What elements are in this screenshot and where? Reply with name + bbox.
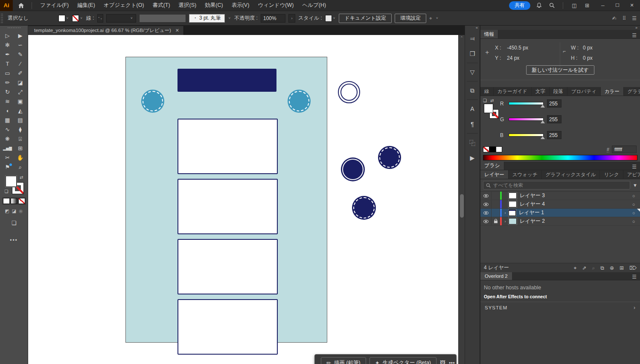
swap-fill-stroke-icon[interactable]: ⇄ <box>20 175 23 180</box>
comic-panel-3[interactable] <box>177 239 278 294</box>
g-slider[interactable] <box>509 118 544 121</box>
tab-character[interactable]: 文字 <box>532 87 550 96</box>
chevron-down-icon[interactable]: ˅ <box>435 16 439 20</box>
filter-funnel-icon[interactable]: ▼ <box>633 183 637 188</box>
home-icon[interactable] <box>15 0 27 11</box>
reference-image-icon[interactable]: 🖼 <box>440 360 445 364</box>
search-layers-icon[interactable]: ⌕ <box>592 265 595 271</box>
pen-tool[interactable]: ✒ <box>3 50 12 59</box>
navy-circle-solid-ring[interactable] <box>341 157 365 181</box>
symbol-sprayer-tool[interactable]: ⍓ <box>16 134 25 143</box>
teal-circle-left[interactable] <box>141 90 164 113</box>
collect-for-export-icon[interactable]: ⇗ <box>582 265 587 271</box>
scale-tool[interactable]: ⤢ <box>16 87 25 96</box>
shape-builder-tool[interactable]: ◖ <box>3 106 12 115</box>
lock-icon[interactable] <box>492 217 500 225</box>
pathfinder-panel-icon[interactable]: ❒ <box>466 47 479 60</box>
menu-select[interactable]: 選択(S) <box>175 0 201 11</box>
white-swatch[interactable] <box>496 146 502 152</box>
artboards-panel-icon[interactable]: ⿻ <box>466 136 479 149</box>
none-mode-button[interactable] <box>18 198 25 204</box>
collapse-dock-icon[interactable]: « <box>465 26 480 31</box>
vertical-scrollbar[interactable]: ⌃ <box>458 35 465 364</box>
layer-name[interactable]: レイヤー 1 <box>519 209 627 216</box>
layers-search-field[interactable] <box>483 181 630 189</box>
artboard-tool[interactable]: ⊞ <box>16 144 25 153</box>
toolbar-extras-tool[interactable]: ⚑ <box>3 163 12 172</box>
scroll-up-icon[interactable]: ⌃ <box>459 36 465 40</box>
delete-layer-icon[interactable]: ⌦ <box>629 265 637 271</box>
tab-info[interactable]: 情報 <box>480 30 498 38</box>
menu-view[interactable]: 表示(V) <box>228 0 253 11</box>
expand-panels-icon[interactable]: » <box>635 26 637 30</box>
info-panel-menu-icon[interactable]: ☰ <box>628 32 640 38</box>
r-slider-handle[interactable] <box>541 105 545 108</box>
eyedropper-tool[interactable]: ⧫ <box>16 125 25 134</box>
chevron-down-icon[interactable]: ˅ <box>228 16 232 20</box>
artboard[interactable] <box>125 57 327 343</box>
layer-thumbnail[interactable] <box>509 218 517 224</box>
tab-color[interactable]: カラー <box>601 87 624 96</box>
menu-object[interactable]: オブジェクト(O) <box>100 0 148 11</box>
arrange-documents-icon[interactable]: ◫ <box>570 1 579 10</box>
type-tool[interactable]: T <box>3 59 12 68</box>
generate-vectors-button[interactable]: ✦ 生成ベクター (Beta) <box>369 357 436 364</box>
default-swatches-icon[interactable]: ❏ <box>483 98 487 103</box>
tab-appearance[interactable]: アピアランス <box>623 170 640 179</box>
zoom-tool[interactable]: ⌕ <box>16 163 25 172</box>
puppet-warp-tool[interactable]: ≋ <box>3 97 12 106</box>
close-tab-icon[interactable]: ✕ <box>175 28 179 33</box>
swap-colors-icon[interactable]: ⇄ <box>490 98 494 103</box>
tab-stroke[interactable]: 線 <box>480 87 494 96</box>
direct-selection-tool[interactable]: ▶ <box>16 31 25 40</box>
layer-name[interactable]: レイヤー 2 <box>520 218 627 225</box>
paragraph-styles-panel-icon[interactable]: ¶ <box>466 118 479 131</box>
comic-panel-1[interactable] <box>177 119 278 174</box>
draw-inside-icon[interactable]: ◉ <box>19 208 23 214</box>
visibility-eye-icon[interactable] <box>480 200 492 208</box>
hand-tool[interactable]: ✋ <box>16 153 25 162</box>
layer-row-1[interactable]: › レイヤー 1 ○ <box>480 209 640 217</box>
brush-definition-dropdown[interactable]: ・ 3 pt. 丸筆 <box>189 14 225 23</box>
magic-wand-tool[interactable]: ✻ <box>3 41 12 50</box>
tab-properties[interactable]: プロパティ <box>567 87 601 96</box>
r-slider[interactable] <box>509 102 544 105</box>
fill-proxy[interactable] <box>484 104 493 113</box>
g-slider-handle[interactable] <box>541 120 545 123</box>
pencil-tool[interactable]: ✏ <box>3 78 12 87</box>
stroke-weight-stepper[interactable]: ⌃⌄ <box>97 14 103 23</box>
expand-layer-icon[interactable]: › <box>502 219 509 224</box>
target-circle-icon[interactable]: ○ <box>627 219 640 224</box>
target-circle-icon[interactable]: ○ <box>627 210 640 215</box>
tab-color-guide[interactable]: カラーガイド <box>494 87 532 96</box>
line-segment-tool[interactable]: ∕ <box>16 59 25 68</box>
tab-graphic-styles[interactable]: グラフィックスタイル <box>542 170 600 179</box>
edit-toolbar-icon[interactable]: ••• <box>10 237 18 243</box>
gradient-mode-button[interactable] <box>11 198 17 204</box>
notifications-bell-icon[interactable] <box>535 1 543 10</box>
teal-circle-right[interactable] <box>288 90 311 113</box>
layer-row-2[interactable]: › レイヤー 2 ○ <box>480 217 640 226</box>
width-profile-dropdown[interactable] <box>139 14 186 23</box>
canvas[interactable]: ✏ 描画 (鉛筆) ✦ 生成ベクター (Beta) 🖼 ••• ⌃ <box>28 35 465 364</box>
new-layer-icon[interactable]: ⊞ <box>620 265 624 271</box>
b-slider[interactable] <box>509 134 544 137</box>
document-setup-button[interactable]: ドキュメント設定 <box>339 14 392 23</box>
touch-workspace-icon[interactable]: ✍ <box>612 15 616 21</box>
menu-effect[interactable]: 効果(C) <box>201 0 227 11</box>
symbols-tool[interactable]: ❋ <box>3 134 12 143</box>
b-value-input[interactable] <box>547 131 561 139</box>
menu-edit[interactable]: 編集(E) <box>73 0 99 11</box>
tab-layers[interactable]: レイヤー <box>480 170 509 179</box>
tab-brushes[interactable]: ブラシ <box>480 161 504 170</box>
panel-grip[interactable] <box>1 14 3 23</box>
perspective-grid-tool[interactable]: ◭ <box>16 106 25 115</box>
g-value-input[interactable] <box>547 115 561 123</box>
color-mode-button[interactable] <box>3 198 10 204</box>
puppet-warp-icon[interactable]: ⌖ <box>429 15 432 21</box>
stroke-swatch-none[interactable] <box>72 15 79 22</box>
dots-grid-icon[interactable]: ⠿ <box>622 15 626 21</box>
opacity-expand-arrow[interactable]: › <box>288 14 295 23</box>
minimize-button[interactable]: ─ <box>596 0 610 11</box>
color-spectrum-bar[interactable] <box>483 155 637 160</box>
